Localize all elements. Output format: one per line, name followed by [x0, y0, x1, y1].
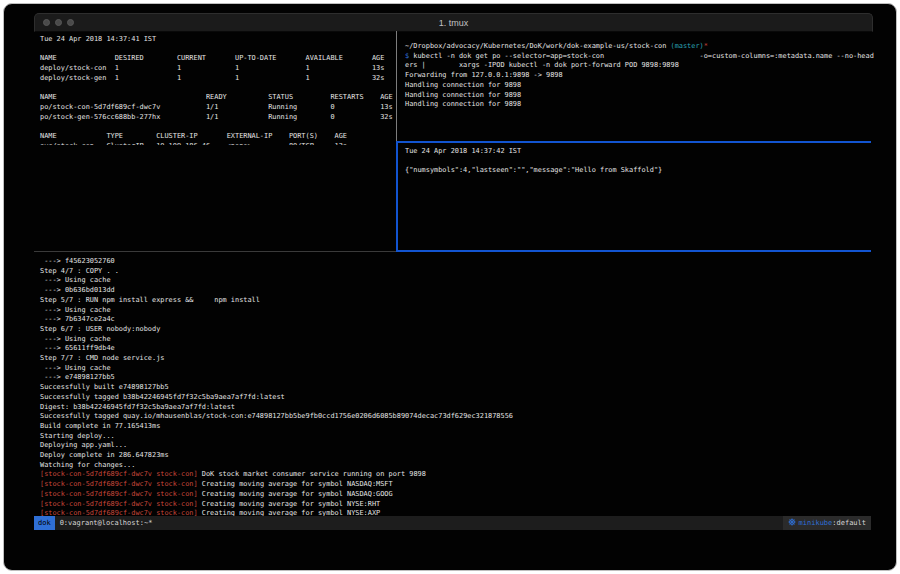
- session-badge[interactable]: dok: [34, 516, 55, 530]
- terminal-line: [stock-con-5d7df689cf-dwc7v stock-con] C…: [40, 480, 877, 490]
- terminal-line: svc/stock-con ClusterIP 10.109.186.46 <n…: [40, 142, 401, 145]
- terminal-line: Handling connection for 9898: [405, 91, 876, 101]
- terminal-line: Watching for changes...: [40, 461, 877, 471]
- window-label[interactable]: 0:vagrant@localhost:~*: [60, 519, 153, 527]
- kube-namespace-label: :default: [832, 519, 866, 527]
- pane-divider-vertical-inactive[interactable]: [396, 31, 397, 141]
- kube-context-label: minikube: [799, 519, 833, 527]
- terminal-line: [405, 157, 876, 167]
- terminal-line: Step 4/7 : COPY . .: [40, 267, 877, 277]
- terminal-line: {"numsymbols":4,"lastseen":"","message":…: [405, 166, 876, 176]
- terminal-line: [40, 122, 401, 132]
- terminal-line: ---> 65611ff9db4e: [40, 344, 877, 354]
- terminal-line: deploy/stock-con 1 1 1 1 13s: [40, 64, 401, 74]
- pane-divider-horizontal-inactive[interactable]: [34, 251, 396, 252]
- terminal-line: ---> Using cache: [40, 335, 877, 345]
- terminal-line: [stock-con-5d7df689cf-dwc7v stock-con] C…: [40, 490, 877, 500]
- tmux-pane-kubectl-watch[interactable]: Tue 24 Apr 2018 14:37:41 ISTNAME DESIRED…: [34, 31, 401, 145]
- terminal-line: [40, 84, 401, 94]
- terminal-window: 1. tmux Tue 24 Apr 2018 14:37:41 ISTNAME…: [3, 3, 897, 571]
- terminal-line: Handling connection for 9898: [405, 81, 876, 91]
- pane-divider-horizontal-active-top[interactable]: [396, 141, 871, 143]
- terminal-line: Handling connection for 9898: [405, 100, 876, 110]
- terminal-line: Build complete in 77.165413ms: [40, 422, 877, 432]
- tmux-pane-port-forward[interactable]: ~/Dropbox/advocacy/Kubernetes/DoK/work/d…: [399, 31, 876, 152]
- terminal-line: NAME DESIRED CURRENT UP-TO-DATE AVAILABL…: [40, 54, 401, 64]
- terminal-line: ---> Using cache: [40, 306, 877, 316]
- pane-divider-horizontal-active-bottom[interactable]: [396, 250, 871, 252]
- terminal-line: ---> Using cache: [40, 276, 877, 286]
- tmux-pane-curl-output[interactable]: Tue 24 Apr 2018 14:37:42 IST{"numsymbols…: [399, 143, 876, 253]
- terminal-line: deploy/stock-gen 1 1 1 1 32s: [40, 74, 401, 84]
- terminal-line: [40, 45, 401, 55]
- terminal-line: Step 5/7 : RUN npm install express && np…: [40, 296, 877, 306]
- terminal-line: Tue 24 Apr 2018 14:37:41 IST: [40, 35, 401, 45]
- terminal-line: Successfully tagged b38b42246945fd7f32c5…: [40, 393, 877, 403]
- terminal-line: Forwarding from 127.0.0.1:9898 -> 9898: [405, 71, 876, 81]
- terminal-line: Successfully built e74898127bb5: [40, 383, 877, 393]
- terminal-line: po/stock-con-5d7df689cf-dwc7v 1/1 Runnin…: [40, 103, 401, 113]
- terminal-line: [stock-con-5d7df689cf-dwc7v stock-con] C…: [40, 500, 877, 510]
- terminal-line: ---> f45623052760: [40, 257, 877, 267]
- tmux-pane-skaffold-build[interactable]: ---> f45623052760Step 4/7 : COPY . . ---…: [34, 253, 877, 517]
- terminal-line: NAME READY STATUS RESTARTS AGE: [40, 93, 401, 103]
- title-bar[interactable]: 1. tmux: [34, 13, 873, 32]
- terminal-line: Tue 24 Apr 2018 14:37:42 IST: [405, 147, 876, 157]
- terminal-line: [stock-con-5d7df689cf-dwc7v stock-con] D…: [40, 470, 877, 480]
- terminal-line: ---> e74898127bb5: [40, 373, 877, 383]
- terminal-line: ---> 7b6347ce2a4c: [40, 315, 877, 325]
- terminal-line: ers | xargs -IPOD kubectl -n dok port-fo…: [405, 61, 876, 71]
- status-right-segment: minikube :default: [783, 516, 871, 530]
- terminal-line: Successfully tagged quay.io/mhausenblas/…: [40, 412, 877, 422]
- terminal-line: Deploying app.yaml...: [40, 441, 877, 451]
- terminal-line: ---> 0b636bd013dd: [40, 286, 877, 296]
- terminal-line: Starting deploy...: [40, 432, 877, 442]
- terminal-line: $ kubectl -n dok get po --selector=app=s…: [405, 52, 876, 62]
- terminal-line: po/stock-gen-576cc688bb-277hx 1/1 Runnin…: [40, 113, 401, 123]
- terminal-line: Deploy complete in 286.647823ms: [40, 451, 877, 461]
- terminal-line: NAME TYPE CLUSTER-IP EXTERNAL-IP PORT(S)…: [40, 132, 401, 142]
- tmux-status-bar: dok 0:vagrant@localhost:~* minikube :def…: [34, 516, 871, 530]
- terminal-line: ~/Dropbox/advocacy/Kubernetes/DoK/work/d…: [405, 42, 876, 52]
- kubernetes-helm-icon: [788, 518, 796, 528]
- terminal-line: Step 7/7 : CMD node service.js: [40, 354, 877, 364]
- window-title: 1. tmux: [35, 18, 872, 28]
- terminal-line: Step 6/7 : USER nobody:nobody: [40, 325, 877, 335]
- terminal-line: ---> Using cache: [40, 364, 877, 374]
- pane-divider-vertical-active[interactable]: [396, 141, 398, 251]
- screenshot: 1. tmux Tue 24 Apr 2018 14:37:41 ISTNAME…: [0, 0, 900, 574]
- terminal-line: Digest: b38b42246945fd7f32c5ba9aea7af7fd…: [40, 403, 877, 413]
